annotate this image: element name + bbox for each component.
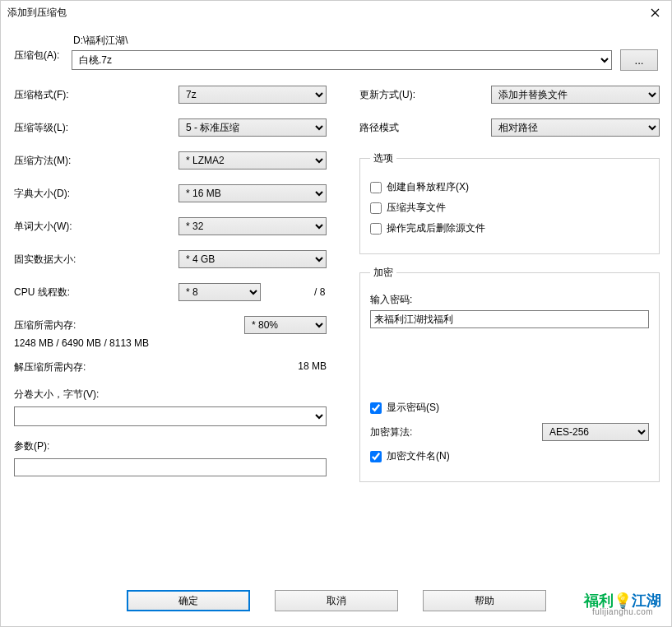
solid-label: 固实数据大小: — [14, 253, 178, 267]
dict-label: 字典大小(D): — [14, 187, 178, 201]
memcomp-label: 压缩所需内存: — [14, 318, 76, 332]
update-label: 更新方式(U): — [359, 88, 491, 102]
archive-path: D:\福利江湖\ — [72, 34, 658, 48]
pathmode-select[interactable]: 相对路径 — [491, 118, 660, 137]
shared-checkbox[interactable] — [370, 202, 382, 214]
encnames-checkbox[interactable] — [370, 451, 382, 462]
archive-row: 压缩包(A): D:\福利江湖\ 白桃.7z ... — [14, 34, 658, 71]
pathmode-label: 路径模式 — [359, 121, 491, 135]
options-fieldset: 选项 创建自释放程序(X) 压缩共享文件 操作完成后删除源文件 — [359, 151, 660, 254]
left-column: 压缩格式(F):7z 压缩等级(L):5 - 标准压缩 压缩方法(M):* LZ… — [14, 86, 327, 494]
word-select[interactable]: * 32 — [178, 217, 327, 235]
memcomp-info: 1248 MB / 6490 MB / 8113 MB — [14, 337, 327, 349]
right-column: 更新方式(U):添加并替换文件 路径模式相对路径 选项 创建自释放程序(X) 压… — [359, 86, 660, 494]
dialog-window: 添加到压缩包 压缩包(A): D:\福利江湖\ 白桃.7z ... 压缩格式(F… — [0, 0, 672, 627]
solid-select[interactable]: * 4 GB — [178, 250, 327, 268]
level-select[interactable]: 5 - 标准压缩 — [178, 118, 327, 137]
threads-select[interactable]: * 8 — [178, 283, 261, 301]
titlebar: 添加到压缩包 — [1, 1, 671, 24]
shared-label: 压缩共享文件 — [387, 201, 446, 215]
help-button[interactable]: 帮助 — [423, 590, 546, 611]
dict-select[interactable]: * 16 MB — [178, 184, 327, 202]
params-input[interactable] — [14, 458, 327, 476]
window-title: 添加到压缩包 — [7, 6, 67, 20]
memcomp-select[interactable]: * 80% — [244, 316, 327, 334]
params-label: 参数(P): — [14, 439, 327, 453]
watermark: 福利💡江湖 fulijianghu.com — [584, 593, 661, 616]
format-select[interactable]: 7z — [178, 86, 327, 104]
encalg-label: 加密算法: — [370, 425, 412, 439]
update-select[interactable]: 添加并替换文件 — [491, 86, 660, 104]
memdecomp-value: 18 MB — [298, 360, 327, 374]
browse-button[interactable]: ... — [620, 49, 658, 71]
ok-button[interactable]: 确定 — [127, 590, 250, 611]
encryption-fieldset: 加密 输入密码: 显示密码(S) 加密算法: AES-256 加密文件名(N) — [359, 266, 660, 482]
encnames-label: 加密文件名(N) — [387, 449, 450, 463]
encalg-select[interactable]: AES-256 — [542, 423, 649, 441]
close-icon — [651, 8, 660, 17]
dialog-content: 压缩包(A): D:\福利江湖\ 白桃.7z ... 压缩格式(F):7z 压缩… — [1, 24, 671, 504]
showpwd-checkbox[interactable] — [370, 402, 382, 414]
options-legend: 选项 — [370, 151, 396, 165]
password-input[interactable] — [370, 310, 649, 328]
wm-url: fulijianghu.com — [584, 608, 661, 616]
wm-part1: 福利 — [584, 592, 614, 609]
volsize-label: 分卷大小，字节(V): — [14, 388, 327, 402]
delete-checkbox[interactable] — [370, 223, 382, 235]
shared-row[interactable]: 压缩共享文件 — [370, 201, 649, 215]
level-label: 压缩等级(L): — [14, 121, 178, 135]
password-label: 输入密码: — [370, 293, 649, 307]
close-button[interactable] — [638, 1, 671, 24]
sfx-label: 创建自释放程序(X) — [387, 180, 469, 194]
bulb-icon: 💡 — [614, 593, 632, 608]
wm-part2: 江湖 — [632, 592, 661, 609]
threads-label: CPU 线程数: — [14, 286, 178, 300]
method-label: 压缩方法(M): — [14, 154, 178, 168]
button-bar: 确定 取消 帮助 — [1, 590, 671, 611]
sfx-row[interactable]: 创建自释放程序(X) — [370, 180, 649, 194]
cancel-button[interactable]: 取消 — [275, 590, 398, 611]
volsize-select[interactable] — [14, 406, 327, 426]
sfx-checkbox[interactable] — [370, 182, 382, 193]
archive-label: 压缩包(A): — [14, 34, 63, 63]
encryption-legend: 加密 — [370, 266, 396, 280]
memdecomp-label: 解压缩所需内存: — [14, 360, 86, 374]
delete-row[interactable]: 操作完成后删除源文件 — [370, 221, 649, 235]
threads-total: / 8 — [314, 286, 325, 298]
format-label: 压缩格式(F): — [14, 88, 178, 102]
archive-name-select[interactable]: 白桃.7z — [72, 50, 612, 70]
word-label: 单词大小(W): — [14, 220, 178, 234]
encnames-row[interactable]: 加密文件名(N) — [370, 449, 649, 463]
delete-label: 操作完成后删除源文件 — [387, 221, 485, 235]
method-select[interactable]: * LZMA2 — [178, 151, 327, 170]
showpwd-label: 显示密码(S) — [387, 401, 439, 415]
showpwd-row[interactable]: 显示密码(S) — [370, 401, 649, 415]
